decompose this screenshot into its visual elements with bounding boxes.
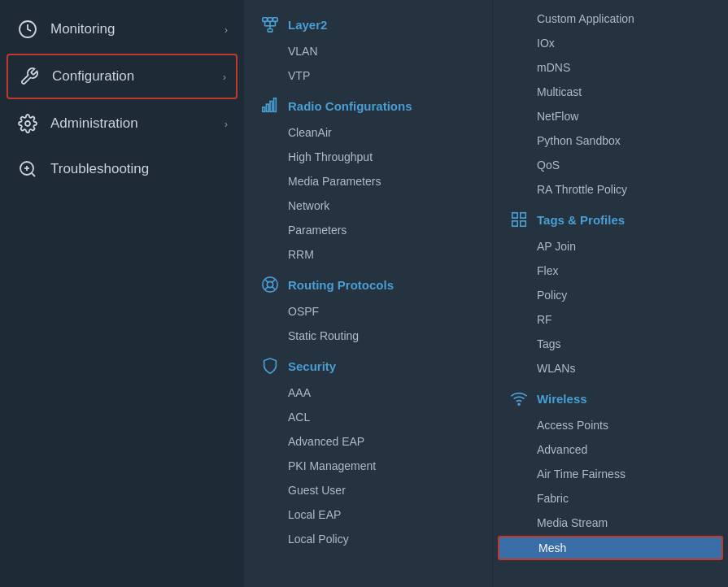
sidebar-item-configuration[interactable]: Configuration › xyxy=(7,54,238,99)
svg-rect-7 xyxy=(268,18,272,22)
menu-item-high-throughput[interactable]: High Throughput xyxy=(244,145,492,169)
middle-column: Layer2 VLAN VTP Radio Configurations Cle… xyxy=(244,0,492,587)
routing-label: Routing Protocols xyxy=(288,278,394,292)
menu-item-netflow[interactable]: NetFlow xyxy=(493,104,728,128)
tags-profiles-icon xyxy=(509,210,529,229)
menu-item-iox[interactable]: IOx xyxy=(493,31,728,55)
menu-item-tags[interactable]: Tags xyxy=(493,332,728,356)
svg-rect-17 xyxy=(270,102,272,112)
svg-rect-8 xyxy=(273,18,278,22)
svg-line-22 xyxy=(272,287,276,290)
menu-item-ap-join[interactable]: AP Join xyxy=(493,234,728,259)
section-header-routing: Routing Protocols xyxy=(244,267,492,299)
security-label: Security xyxy=(288,359,336,373)
administration-arrow: › xyxy=(225,118,228,130)
svg-point-20 xyxy=(267,281,272,287)
monitoring-arrow: › xyxy=(225,24,228,36)
tags-profiles-label: Tags & Profiles xyxy=(537,213,625,227)
troubleshooting-icon xyxy=(16,158,39,180)
svg-line-24 xyxy=(265,287,268,290)
layer2-label: Layer2 xyxy=(288,18,327,32)
menu-item-local-eap[interactable]: Local EAP xyxy=(244,502,492,527)
section-header-tags-profiles: Tags & Profiles xyxy=(493,202,728,234)
menu-item-vtp[interactable]: VTP xyxy=(244,63,492,88)
sidebar: Monitoring › Configuration › Administrat… xyxy=(0,0,244,587)
sidebar-item-administration[interactable]: Administration › xyxy=(0,101,244,146)
svg-line-3 xyxy=(32,173,35,176)
svg-line-21 xyxy=(265,280,268,283)
menu-item-ospf[interactable]: OSPF xyxy=(244,299,492,324)
svg-point-29 xyxy=(518,403,520,405)
menu-item-network[interactable]: Network xyxy=(244,193,492,218)
menu-item-rf[interactable]: RF xyxy=(493,307,728,332)
sidebar-item-troubleshooting[interactable]: Troubleshooting xyxy=(0,146,244,192)
menu-item-guest-user[interactable]: Guest User xyxy=(244,478,492,502)
menu-item-policy[interactable]: Policy xyxy=(493,283,728,307)
menu-item-wlans[interactable]: WLANs xyxy=(493,356,728,380)
sidebar-item-troubleshooting-label: Troubleshooting xyxy=(50,161,149,177)
menu-item-local-policy[interactable]: Local Policy xyxy=(244,527,492,551)
menu-item-rrm[interactable]: RRM xyxy=(244,242,492,267)
menu-item-pki-management[interactable]: PKI Management xyxy=(244,454,492,478)
administration-icon xyxy=(16,112,39,135)
wireless-icon xyxy=(509,389,529,408)
menu-item-acl[interactable]: ACL xyxy=(244,405,492,429)
menu-item-fabric[interactable]: Fabric xyxy=(493,486,728,511)
security-icon xyxy=(260,356,280,376)
wireless-label: Wireless xyxy=(537,392,587,406)
menu-item-parameters[interactable]: Parameters xyxy=(244,218,492,242)
layer2-icon xyxy=(260,15,280,34)
svg-rect-18 xyxy=(274,98,277,111)
svg-rect-16 xyxy=(266,104,268,111)
menu-item-static-routing[interactable]: Static Routing xyxy=(244,324,492,348)
section-header-wireless: Wireless xyxy=(493,380,728,413)
section-header-radio: Radio Configurations xyxy=(244,88,492,120)
svg-rect-15 xyxy=(263,107,265,112)
menu-item-aaa[interactable]: AAA xyxy=(244,380,492,405)
section-header-layer2: Layer2 xyxy=(244,7,492,39)
menu-item-advanced-eap[interactable]: Advanced EAP xyxy=(244,429,492,454)
svg-rect-28 xyxy=(521,221,525,226)
svg-rect-14 xyxy=(268,29,272,33)
svg-line-23 xyxy=(272,280,276,283)
section-header-security: Security xyxy=(244,348,492,380)
configuration-arrow: › xyxy=(223,71,226,83)
menu-item-flex[interactable]: Flex xyxy=(493,259,728,283)
menu-item-cleanair[interactable]: CleanAir xyxy=(244,120,492,145)
radio-label: Radio Configurations xyxy=(288,99,412,113)
radio-icon xyxy=(260,96,280,115)
sidebar-item-monitoring[interactable]: Monitoring › xyxy=(0,7,244,52)
svg-rect-25 xyxy=(512,213,517,218)
menu-item-custom-application[interactable]: Custom Application xyxy=(493,7,728,31)
menu-item-air-time-fairness[interactable]: Air Time Fairness xyxy=(493,462,728,486)
menu-item-python-sandbox[interactable]: Python Sandbox xyxy=(493,128,728,153)
svg-rect-26 xyxy=(521,213,525,218)
menu-item-mesh[interactable]: Mesh xyxy=(498,536,723,560)
menu-item-media-parameters[interactable]: Media Parameters xyxy=(244,169,492,193)
menu-item-mdns[interactable]: mDNS xyxy=(493,55,728,80)
routing-icon xyxy=(260,275,280,294)
menu-item-qos[interactable]: QoS xyxy=(493,153,728,177)
menu-item-access-points[interactable]: Access Points xyxy=(493,413,728,437)
monitoring-icon xyxy=(16,18,39,41)
menu-item-advanced[interactable]: Advanced xyxy=(493,437,728,462)
svg-rect-6 xyxy=(263,18,268,22)
menu-item-multicast[interactable]: Multicast xyxy=(493,80,728,104)
right-column: Custom Application IOx mDNS Multicast Ne… xyxy=(492,0,728,587)
configuration-icon xyxy=(18,65,41,88)
svg-rect-27 xyxy=(512,221,517,226)
svg-point-1 xyxy=(25,121,30,126)
menu-item-ra-throttle-policy[interactable]: RA Throttle Policy xyxy=(493,177,728,202)
menu-item-vlan[interactable]: VLAN xyxy=(244,39,492,63)
sidebar-item-configuration-label: Configuration xyxy=(52,68,134,85)
sidebar-item-administration-label: Administration xyxy=(50,115,138,132)
menu-item-media-stream[interactable]: Media Stream xyxy=(493,511,728,535)
sidebar-item-monitoring-label: Monitoring xyxy=(50,21,115,37)
